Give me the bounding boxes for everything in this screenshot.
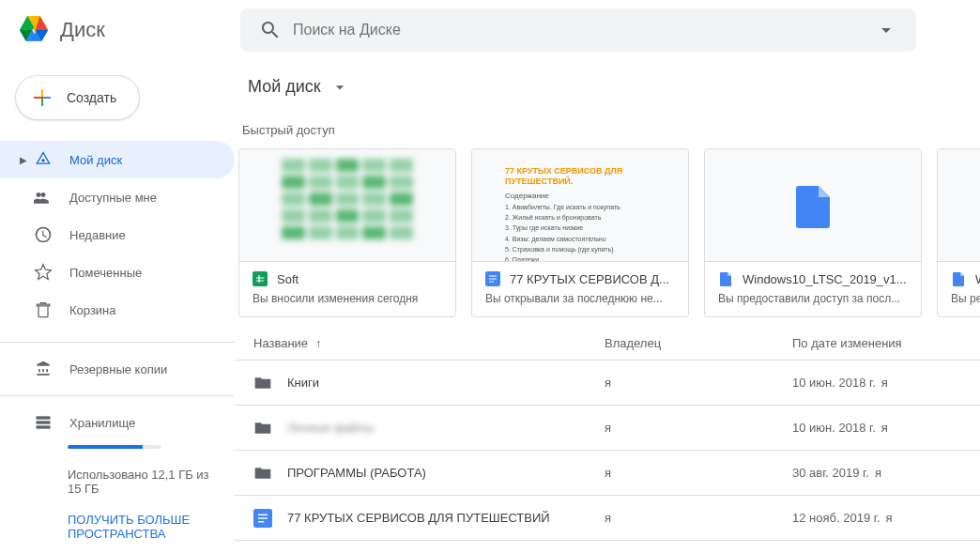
storage-icon — [34, 413, 53, 432]
nav-label: Помеченные — [69, 266, 142, 280]
sidebar-item-recent[interactable]: Недавние — [0, 216, 235, 253]
trash-icon — [34, 300, 53, 319]
table-row[interactable]: 77 КРУТЫХ СЕРВИСОВ ДЛЯ ПУТЕШЕСТВИЙ я 12 … — [235, 496, 980, 541]
breadcrumb[interactable]: Мой диск — [235, 66, 980, 110]
column-modified[interactable]: По дате изменения — [792, 336, 952, 350]
file-owner: я — [605, 421, 792, 435]
qa-title: W — [975, 272, 980, 286]
product-name: Диск — [60, 18, 105, 42]
search-icon — [259, 19, 282, 41]
file-modified: 12 нояб. 2019 г.я — [792, 511, 952, 525]
list-header: Название ↑ Владелец По дате изменения — [235, 317, 980, 361]
sidebar-item-starred[interactable]: Помеченные — [0, 253, 235, 291]
quick-access-card[interactable]: 77 КРУТЫХ СЕРВИСОВ ДЛЯПУТЕШЕСТВИЙ. Содер… — [471, 148, 689, 317]
folder-icon — [253, 419, 272, 438]
product-logo-area[interactable]: Диск — [15, 11, 240, 49]
qa-title: 77 КРУТЫХ СЕРВИСОВ Д... — [510, 272, 669, 286]
docs-icon — [485, 271, 500, 286]
qa-title: Soft — [277, 272, 299, 286]
file-preview — [705, 149, 921, 262]
nav-label: Корзина — [69, 303, 116, 317]
table-row[interactable]: ПРОГРАММЫ (РАБОТА) я 30 авг. 2019 г.я — [235, 451, 980, 496]
new-button[interactable]: Создать — [15, 75, 140, 120]
chevron-down-icon — [330, 78, 349, 97]
file-icon — [951, 271, 966, 286]
quick-access-heading: Быстрый доступ — [235, 110, 980, 148]
nav-label: Недавние — [69, 228, 126, 242]
quick-access-card[interactable]: W Вы ре — [937, 148, 980, 317]
qa-subtitle: Вы вносили изменения сегодня — [253, 292, 442, 305]
sidebar-item-shared[interactable]: Доступные мне — [0, 178, 235, 216]
file-list: Книги я 10 июн. 2018 г.я Личные файлы я … — [235, 361, 980, 541]
file-modified: 30 авг. 2019 г.я — [792, 466, 952, 480]
backup-icon — [34, 360, 53, 378]
file-name: Книги — [287, 376, 605, 390]
file-owner: я — [605, 511, 792, 525]
sort-arrow-icon: ↑ — [315, 336, 322, 350]
sidebar-item-my-drive[interactable]: ▶ Мой диск — [0, 141, 235, 178]
sidebar-item-backups[interactable]: Резервные копии — [0, 350, 235, 388]
new-button-label: Создать — [67, 90, 116, 105]
storage-usage-text: Использовано 12,1 ГБ из 15 ГБ — [0, 460, 235, 496]
table-row[interactable]: Личные файлы я 10 июн. 2018 г.я — [235, 406, 980, 451]
file-preview: 77 КРУТЫХ СЕРВИСОВ ДЛЯПУТЕШЕСТВИЙ. Содер… — [472, 149, 688, 262]
qa-subtitle: Вы ре — [951, 292, 980, 305]
search-bar[interactable] — [240, 8, 916, 52]
column-name[interactable]: Название ↑ — [253, 336, 605, 350]
search-options-icon[interactable] — [875, 19, 897, 41]
docs-icon — [253, 509, 272, 528]
search-input[interactable] — [293, 22, 864, 38]
file-icon — [718, 271, 733, 286]
qa-title: Windows10_LTSC_2019_v1... — [743, 272, 907, 286]
file-owner: я — [605, 376, 792, 390]
nav-label: Хранилище — [69, 416, 135, 430]
quick-access-card[interactable]: Windows10_LTSC_2019_v1... Вы предоставил… — [704, 148, 922, 317]
sidebar-item-storage[interactable]: Хранилище — [0, 404, 235, 441]
file-modified: 10 июн. 2018 г.я — [792, 376, 952, 390]
file-modified: 10 июн. 2018 г.я — [792, 421, 952, 435]
star-icon — [34, 263, 53, 282]
table-row[interactable]: Книги я 10 июн. 2018 г.я — [235, 361, 980, 406]
sheets-icon — [253, 271, 268, 286]
quick-access-card[interactable]: Soft Вы вносили изменения сегодня — [238, 148, 456, 317]
file-name: Личные файлы — [287, 421, 605, 435]
svg-rect-5 — [41, 89, 43, 97]
file-name: 77 КРУТЫХ СЕРВИСОВ ДЛЯ ПУТЕШЕСТВИЙ — [287, 511, 605, 525]
sidebar-item-trash[interactable]: Корзина — [0, 291, 235, 329]
drive-icon — [34, 150, 53, 169]
svg-rect-7 — [41, 99, 43, 106]
sidebar: Создать ▶ Мой диск Доступные мне Недавни… — [0, 60, 235, 553]
divider — [0, 395, 235, 396]
file-owner: я — [605, 466, 792, 480]
svg-rect-6 — [43, 97, 51, 99]
nav-label: Мой диск — [69, 153, 122, 167]
drive-logo-icon — [15, 11, 53, 49]
qa-subtitle: Вы открывали за последнюю не... — [485, 292, 675, 305]
column-owner[interactable]: Владелец — [605, 336, 792, 350]
folder-icon — [253, 374, 272, 392]
storage-upgrade-link[interactable]: ПОЛУЧИТЬ БОЛЬШЕ ПРОСТРАНСТВА — [0, 505, 235, 541]
expand-caret-icon[interactable]: ▶ — [19, 155, 28, 165]
nav-label: Доступные мне — [69, 191, 157, 205]
folder-icon — [253, 464, 272, 483]
svg-rect-8 — [34, 97, 41, 99]
file-name: ПРОГРАММЫ (РАБОТА) — [287, 466, 605, 480]
file-preview — [239, 149, 455, 262]
clock-icon — [34, 225, 53, 244]
svg-point-9 — [41, 159, 44, 161]
main-content: Мой диск Быстрый доступ Soft Вы вносили … — [235, 60, 980, 553]
storage-progress — [68, 445, 161, 449]
nav-label: Резервные копии — [69, 362, 167, 376]
qa-subtitle: Вы предоставили доступ за посл... — [718, 292, 908, 305]
plus-icon — [31, 86, 54, 109]
breadcrumb-label: Мой диск — [242, 73, 327, 100]
shared-icon — [34, 188, 53, 207]
divider — [0, 342, 235, 343]
file-preview — [938, 149, 980, 262]
quick-access-row: Soft Вы вносили изменения сегодня 77 КРУ… — [235, 148, 980, 317]
